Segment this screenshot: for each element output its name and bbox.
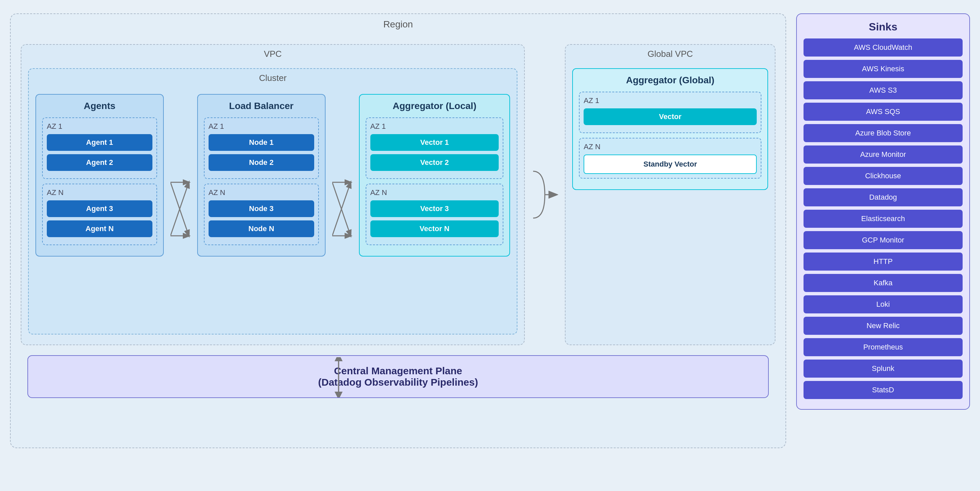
central-mgmt-wrapper: Central Management Plane (Datadog Observ… [21, 355, 775, 398]
sink-item-15[interactable]: Splunk [803, 360, 963, 378]
sink-item-13[interactable]: New Relic [803, 317, 963, 335]
nodeN-btn[interactable]: Node N [208, 220, 314, 237]
sinks-panel: Sinks AWS CloudWatchAWS KinesisAWS S3AWS… [796, 13, 970, 410]
agentN-btn[interactable]: Agent N [47, 220, 153, 237]
central-mgmt-title: Central Management Plane (Datadog Observ… [37, 365, 759, 388]
vpc-box-global: Global VPC Aggregator (Global) AZ 1 Vect… [565, 44, 775, 345]
lb-az1-box: AZ 1 Node 1 Node 2 [204, 117, 319, 179]
sink-item-1[interactable]: AWS Kinesis [803, 60, 963, 78]
cluster-box: Cluster Agents AZ 1 Agent 1 Agent 2 [28, 68, 517, 335]
sink-item-6[interactable]: Clickhouse [803, 167, 963, 185]
agg-local-section: Aggregator (Local) AZ 1 Vector 1 Vector … [359, 94, 511, 257]
agents-title: Agents [42, 101, 157, 112]
node2-btn[interactable]: Node 2 [208, 154, 314, 171]
sink-item-12[interactable]: Loki [803, 295, 963, 313]
lb-azN-box: AZ N Node 3 Node N [204, 183, 319, 245]
vector3-btn[interactable]: Vector 3 [370, 200, 499, 217]
sink-item-2[interactable]: AWS S3 [803, 81, 963, 99]
agg-global-title: Aggregator (Global) [579, 75, 761, 86]
standby-vector-btn[interactable]: Standby Vector [584, 155, 757, 174]
agg-local-to-global-arrow [531, 44, 558, 345]
cluster-columns: Agents AZ 1 Agent 1 Agent 2 AZ N Agent 3 [35, 94, 510, 325]
agg-global-azN-label: AZ N [584, 142, 757, 151]
sink-item-11[interactable]: Kafka [803, 274, 963, 292]
region-label: Region [383, 19, 413, 30]
sink-item-14[interactable]: Prometheus [803, 338, 963, 356]
vpc-box-main: VPC Cluster Agents AZ 1 Agent 1 A [21, 44, 525, 345]
sink-item-16[interactable]: StatsD [803, 381, 963, 399]
region-box: Region VPC Cluster Agents [10, 13, 786, 448]
agg-local-az1-box: AZ 1 Vector 1 Vector 2 [366, 117, 504, 179]
diagram-wrapper: Region VPC Cluster Agents [10, 13, 786, 448]
cluster-label: Cluster [259, 73, 286, 83]
sink-item-5[interactable]: Azure Monitor [803, 145, 963, 164]
agg-local-az1-label: AZ 1 [370, 122, 499, 131]
sinks-list: AWS CloudWatchAWS KinesisAWS S3AWS SQSAz… [803, 38, 963, 399]
central-mgmt-box: Central Management Plane (Datadog Observ… [27, 355, 769, 398]
vector1-btn[interactable]: Vector 1 [370, 134, 499, 151]
sink-item-8[interactable]: Elasticsearch [803, 210, 963, 228]
agg-global-section: Aggregator (Global) AZ 1 Vector AZ N Sta… [572, 68, 768, 190]
agg-global-azN-box: AZ N Standby Vector [579, 138, 761, 179]
lb-azN-label: AZ N [208, 188, 314, 197]
agg-local-azN-label: AZ N [370, 188, 499, 197]
sink-item-0[interactable]: AWS CloudWatch [803, 38, 963, 57]
agg-local-azN-box: AZ N Vector 3 Vector N [366, 183, 504, 245]
sink-item-7[interactable]: Datadog [803, 188, 963, 206]
agent2-btn[interactable]: Agent 2 [47, 154, 153, 171]
vpc-label: VPC [264, 49, 282, 59]
agg-global-az1-label: AZ 1 [584, 96, 757, 105]
lb-section: Load Balancer AZ 1 Node 1 Node 2 AZ N No… [197, 94, 326, 257]
agents-az1-label: AZ 1 [47, 122, 153, 131]
vpc-container: VPC Cluster Agents AZ 1 Agent 1 A [21, 44, 775, 345]
agent3-btn[interactable]: Agent 3 [47, 200, 153, 217]
global-vpc-label: Global VPC [648, 49, 693, 59]
lb-to-agg-arrows [332, 159, 352, 261]
node3-btn[interactable]: Node 3 [208, 200, 314, 217]
agents-az1-box: AZ 1 Agent 1 Agent 2 [42, 117, 157, 179]
node1-btn[interactable]: Node 1 [208, 134, 314, 151]
global-vector-btn[interactable]: Vector [584, 108, 757, 125]
agg-global-az1-box: AZ 1 Vector [579, 92, 761, 133]
central-arrows-svg [305, 357, 372, 397]
lb-az1-label: AZ 1 [208, 122, 314, 131]
agent1-btn[interactable]: Agent 1 [47, 134, 153, 151]
agents-section: Agents AZ 1 Agent 1 Agent 2 AZ N Agent 3 [35, 94, 164, 257]
sink-item-9[interactable]: GCP Monitor [803, 231, 963, 249]
sink-item-10[interactable]: HTTP [803, 252, 963, 271]
vector2-btn[interactable]: Vector 2 [370, 154, 499, 171]
vectorN-btn[interactable]: Vector N [370, 220, 499, 237]
lb-title: Load Balancer [204, 101, 319, 112]
sink-item-3[interactable]: AWS SQS [803, 103, 963, 121]
sink-item-4[interactable]: Azure Blob Store [803, 124, 963, 142]
agents-azN-label: AZ N [47, 188, 153, 197]
agents-to-lb-arrows [170, 159, 191, 261]
main-container: Region VPC Cluster Agents [0, 0, 980, 491]
agents-azN-box: AZ N Agent 3 Agent N [42, 183, 157, 245]
agg-local-title: Aggregator (Local) [366, 101, 504, 112]
sinks-title: Sinks [803, 21, 963, 33]
